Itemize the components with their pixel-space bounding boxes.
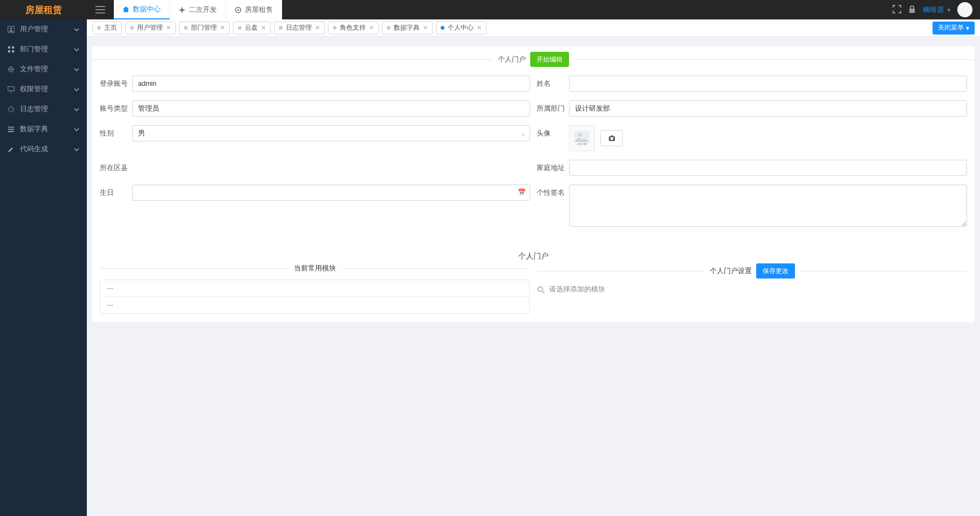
svg-rect-5 xyxy=(12,46,14,49)
module-item[interactable]: --- xyxy=(100,297,529,313)
portal-settings-title: 个人门户设置 xyxy=(710,266,752,276)
close-icon[interactable]: ✕ xyxy=(261,24,266,31)
sidebar: 用户管理 部门管理 文件管理 权限管理 日志管理 数据字典 xyxy=(0,19,87,516)
tab-role[interactable]: 角色支持✕ xyxy=(328,22,379,35)
login-input[interactable] xyxy=(132,76,530,92)
topnav-label: 数据中心 xyxy=(133,5,161,14)
sidebar-item-codegen[interactable]: 代码生成 xyxy=(0,139,87,159)
acct-type-input[interactable] xyxy=(132,100,530,117)
gender-label: 性别 xyxy=(100,125,132,138)
user-menu[interactable]: 幽络源 ▾ xyxy=(923,5,951,15)
module-item[interactable]: --- xyxy=(100,280,529,297)
login-label: 登录账号 xyxy=(100,76,132,89)
dept-label: 所属部门 xyxy=(537,100,569,113)
sidebar-item-user-mgmt[interactable]: 用户管理 xyxy=(0,19,87,39)
sidebar-item-perm-mgmt[interactable]: 权限管理 xyxy=(0,79,87,99)
svg-rect-6 xyxy=(8,50,10,52)
module-search[interactable]: 请选择添加的模块 xyxy=(537,285,967,294)
lock-icon[interactable] xyxy=(908,5,916,15)
image-placeholder-icon xyxy=(574,131,590,142)
fullscreen-icon[interactable] xyxy=(893,5,901,15)
topnav-label: 房屋租售 xyxy=(245,5,273,15)
avatar[interactable] xyxy=(957,2,972,17)
chevron-down-icon xyxy=(74,127,79,132)
home-addr-input[interactable] xyxy=(569,160,967,176)
tab-profile[interactable]: 个人中心✕ xyxy=(436,22,486,35)
tab-user-mgmt[interactable]: 用户管理✕ xyxy=(125,22,176,35)
name-input[interactable] xyxy=(569,76,967,92)
home-icon xyxy=(122,6,129,13)
hamburger-icon xyxy=(95,6,105,13)
topnav-item-housing[interactable]: 房屋租售 xyxy=(226,0,282,19)
close-icon[interactable]: ✕ xyxy=(423,24,428,31)
app-logo: 房屋租赁 xyxy=(0,0,87,19)
signature-input[interactable] xyxy=(569,185,967,227)
chevron-down-icon xyxy=(74,147,79,152)
search-placeholder: 请选择添加的模块 xyxy=(549,285,605,294)
close-icon[interactable]: ✕ xyxy=(166,24,171,31)
acct-type-label: 账号类型 xyxy=(100,100,132,113)
save-changes-button[interactable]: 保存更改 xyxy=(756,263,795,279)
tab-label: 主页 xyxy=(104,23,117,32)
svg-point-1 xyxy=(237,9,239,10)
sidebar-toggle-button[interactable] xyxy=(87,0,114,19)
globe-icon xyxy=(8,66,15,73)
list-icon xyxy=(8,126,15,133)
chevron-down-icon xyxy=(74,107,79,112)
close-icon[interactable]: ✕ xyxy=(220,24,225,31)
chevron-down-icon: ⌄ xyxy=(521,131,525,137)
tab-dept-mgmt[interactable]: 部门管理✕ xyxy=(179,22,230,35)
camera-icon xyxy=(608,135,616,142)
grid-icon xyxy=(8,46,15,53)
tab-label: 个人中心 xyxy=(448,23,474,32)
sidebar-label: 文件管理 xyxy=(20,65,48,74)
gender-select[interactable]: 男⌄ xyxy=(132,125,530,141)
sidebar-label: 部门管理 xyxy=(20,45,48,54)
tab-data-dict[interactable]: 数据字典✕ xyxy=(382,22,433,35)
module-list: --- --- xyxy=(100,280,530,314)
user-name: 幽络源 xyxy=(923,5,944,15)
tab-log-mgmt[interactable]: 日志管理✕ xyxy=(274,22,325,35)
chevron-down-icon xyxy=(74,27,79,32)
sidebar-label: 权限管理 xyxy=(20,85,48,94)
upload-avatar-button[interactable] xyxy=(600,130,623,146)
birthday-label: 生日 xyxy=(100,185,132,198)
birthday-input[interactable] xyxy=(132,185,530,201)
sidebar-item-file-mgmt[interactable]: 文件管理 xyxy=(0,59,87,79)
home-addr-label: 家庭地址 xyxy=(537,160,569,173)
topnav-item-dev[interactable]: 二次开发 xyxy=(170,0,226,19)
sparkle-icon xyxy=(179,6,186,13)
dashboard-icon xyxy=(8,106,15,113)
name-label: 姓名 xyxy=(537,76,569,89)
topnav-label: 二次开发 xyxy=(189,5,217,15)
close-icon[interactable]: ✕ xyxy=(315,24,320,31)
start-edit-button[interactable]: 开始编辑 xyxy=(530,52,569,67)
sidebar-item-data-dict[interactable]: 数据字典 xyxy=(0,119,87,139)
close-icon[interactable]: ✕ xyxy=(369,24,374,31)
avatar-label: 头像 xyxy=(537,125,569,138)
tab-cloud[interactable]: 云盘✕ xyxy=(233,22,271,35)
current-modules-title: 当前常用模块 xyxy=(294,263,336,273)
region-label: 所在区县 xyxy=(100,160,132,173)
chevron-down-icon xyxy=(74,67,79,72)
monitor-icon xyxy=(8,86,15,93)
close-menu-button[interactable]: 关闭菜单 ▾ xyxy=(933,22,975,35)
tab-label: 角色支持 xyxy=(340,23,366,32)
sidebar-label: 用户管理 xyxy=(20,25,48,34)
sidebar-label: 数据字典 xyxy=(20,125,48,134)
chevron-down-icon xyxy=(74,47,79,52)
sidebar-item-log-mgmt[interactable]: 日志管理 xyxy=(0,99,87,119)
sidebar-label: 代码生成 xyxy=(20,145,48,154)
top-nav: 数据中心 二次开发 房屋租售 xyxy=(114,0,282,19)
tab-home[interactable]: 主页 xyxy=(92,22,122,35)
dept-input[interactable] xyxy=(569,100,967,117)
tab-bar: 主页 用户管理✕ 部门管理✕ 云盘✕ 日志管理✕ 角色支持✕ 数据字典✕ 个人中… xyxy=(87,19,980,37)
sidebar-item-dept-mgmt[interactable]: 部门管理 xyxy=(0,39,87,59)
calendar-icon[interactable]: 📅 xyxy=(518,188,526,196)
close-icon[interactable]: ✕ xyxy=(477,24,482,31)
section-title: 个人门户 xyxy=(498,55,526,64)
topnav-item-datacenter[interactable]: 数据中心 xyxy=(114,0,170,19)
chevron-down-icon: ▾ xyxy=(966,24,969,32)
users-icon xyxy=(8,26,15,33)
svg-rect-4 xyxy=(8,46,10,49)
